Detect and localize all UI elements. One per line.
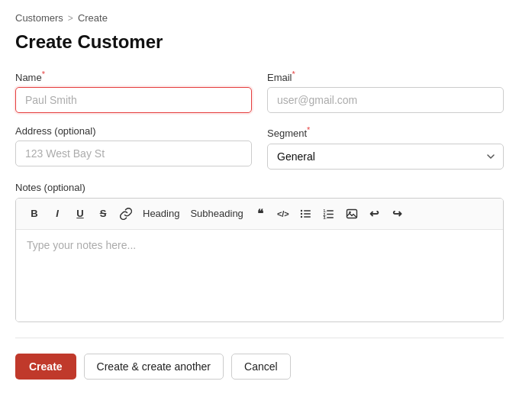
bullet-list-button[interactable]	[295, 203, 317, 225]
email-label: Email*	[267, 69, 504, 83]
editor-toolbar: B I U S Heading Subheading ❝ </>	[16, 199, 503, 230]
bold-button[interactable]: B	[24, 203, 45, 225]
svg-text:3.: 3.	[324, 215, 327, 219]
breadcrumb-parent[interactable]: Customers	[15, 12, 63, 24]
notes-editor-body[interactable]: Type your notes here...	[16, 230, 503, 321]
cancel-button[interactable]: Cancel	[231, 354, 291, 380]
redo-button[interactable]: ↪	[387, 203, 408, 225]
subheading-button[interactable]: Subheading	[185, 203, 247, 225]
name-input[interactable]	[15, 87, 252, 113]
svg-rect-11	[327, 217, 334, 218]
name-label: Name*	[15, 69, 252, 83]
blockquote-button[interactable]: ❝	[250, 203, 271, 225]
segment-select[interactable]: General VIP New Returning	[267, 144, 504, 170]
svg-rect-3	[304, 213, 311, 214]
page-container: Customers > Create Create Customer Name*…	[0, 0, 519, 420]
notes-placeholder: Type your notes here...	[27, 239, 136, 251]
ordered-list-button[interactable]: 1. 2. 3.	[318, 203, 340, 225]
strikethrough-button[interactable]: S	[92, 203, 114, 225]
svg-point-4	[301, 216, 302, 218]
svg-rect-9	[327, 214, 334, 215]
address-input[interactable]	[15, 141, 252, 166]
link-button[interactable]	[115, 203, 137, 225]
breadcrumb-current: Create	[78, 12, 108, 24]
notes-section: Notes (optional) B I U S Heading Subhead…	[15, 182, 504, 322]
segment-label: Segment*	[267, 125, 504, 139]
segment-group: Segment* General VIP New Returning	[267, 125, 504, 169]
address-label: Address (optional)	[15, 125, 252, 137]
svg-point-2	[301, 213, 302, 215]
form-row-1: Name* Email*	[15, 69, 504, 113]
heading-button[interactable]: Heading	[138, 203, 184, 225]
breadcrumb-separator: >	[68, 13, 73, 24]
image-button[interactable]	[341, 203, 363, 225]
svg-rect-1	[304, 210, 311, 211]
editor-container: B I U S Heading Subheading ❝ </>	[15, 198, 504, 322]
email-input[interactable]	[267, 87, 504, 113]
create-another-button[interactable]: Create & create another	[84, 354, 224, 380]
name-group: Name*	[15, 69, 252, 113]
code-button[interactable]: </>	[272, 203, 294, 225]
notes-label: Notes (optional)	[15, 182, 504, 193]
italic-button[interactable]: I	[47, 203, 68, 225]
undo-button[interactable]: ↩	[364, 203, 385, 225]
svg-point-0	[301, 210, 302, 212]
breadcrumb: Customers > Create	[15, 12, 504, 24]
form-row-2: Address (optional) Segment* General VIP …	[15, 125, 504, 169]
underline-button[interactable]: U	[69, 203, 91, 225]
page-title: Create Customer	[15, 31, 504, 53]
svg-rect-5	[304, 216, 311, 217]
create-button[interactable]: Create	[15, 354, 76, 380]
address-group: Address (optional)	[15, 125, 252, 169]
svg-rect-7	[327, 210, 334, 211]
footer-bar: Create Create & create another Cancel	[15, 338, 504, 380]
svg-point-13	[349, 211, 351, 213]
email-group: Email*	[267, 69, 504, 113]
